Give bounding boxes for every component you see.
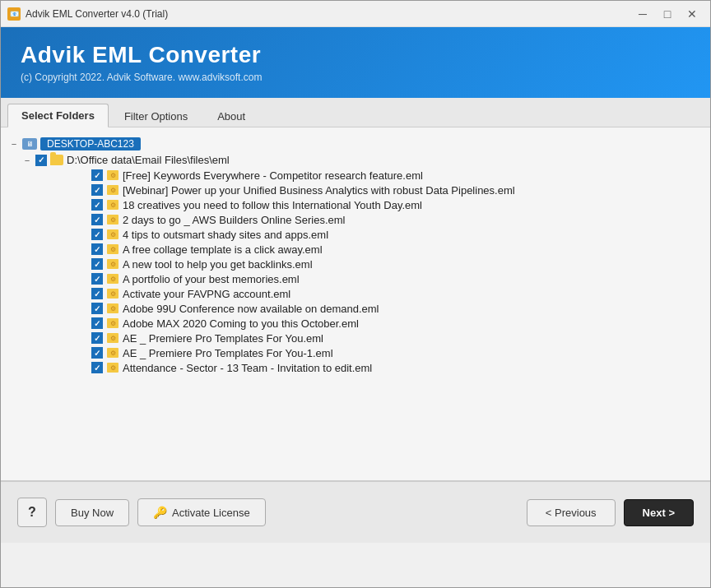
- app-subtitle: (c) Copyright 2022. Advik Software. www.…: [21, 72, 690, 83]
- tab-about[interactable]: About: [203, 104, 259, 127]
- computer-label: DESKTOP-ABC123: [40, 137, 141, 150]
- file-row: 2 days to go _ AWS Builders Online Serie…: [91, 212, 702, 227]
- key-icon: 🔑: [153, 506, 167, 519]
- file-row: 18 creatives you need to follow this Int…: [91, 197, 702, 212]
- file-label: A new tool to help you get backlinks.eml: [123, 258, 313, 271]
- file-label: Activate your FAVPNG account.eml: [123, 288, 290, 300]
- file-row: A free collage template is a click away.…: [91, 242, 702, 257]
- file-row: [Free] Keywords Everywhere - Competitor …: [91, 168, 702, 183]
- footer-left: ? Buy Now 🔑 Activate License: [17, 498, 266, 527]
- file-label: A free collage template is a click away.…: [123, 243, 323, 256]
- file-checkbox[interactable]: [91, 332, 103, 344]
- minimize-button[interactable]: ─: [631, 4, 654, 24]
- folder-checkbox[interactable]: [35, 155, 47, 166]
- window-title: Advik EML Converter v4.0 (Trial): [26, 8, 168, 20]
- close-button[interactable]: ✕: [681, 4, 704, 24]
- title-bar: 📧 Advik EML Converter v4.0 (Trial) ─ □ ✕: [1, 1, 710, 27]
- file-label: Attendance - Sector - 13 Team - Invitati…: [123, 362, 372, 374]
- file-label: 4 tips to outsmart shady sites and apps.…: [123, 229, 328, 241]
- file-checkbox[interactable]: [91, 199, 103, 211]
- eml-icon: [106, 331, 119, 345]
- file-row: A new tool to help you get backlinks.eml: [91, 257, 702, 271]
- app-icon: 📧: [7, 7, 21, 21]
- maximize-button[interactable]: □: [656, 4, 679, 24]
- eml-icon: [106, 183, 119, 197]
- eml-icon: [106, 361, 119, 374]
- file-checkbox[interactable]: [91, 229, 103, 240]
- file-checkbox[interactable]: [91, 317, 103, 329]
- file-checkbox[interactable]: [91, 288, 103, 299]
- tree-level1: − D:\Office data\Email Files\files\eml […: [22, 152, 702, 375]
- file-row: AE _ Premiere Pro Templates For You-1.em…: [91, 345, 702, 360]
- main-content: − 🖥 DESKTOP-ABC123 − D:\Office data\Emai…: [1, 127, 710, 481]
- eml-icon: [106, 198, 119, 211]
- eml-icon: [106, 257, 119, 271]
- eml-icon: [106, 169, 119, 182]
- activate-label: Activate License: [172, 507, 250, 519]
- folder-icon: [50, 155, 63, 165]
- tree-root-computer: − 🖥 DESKTOP-ABC123: [9, 136, 702, 152]
- file-checkbox[interactable]: [91, 362, 103, 373]
- file-row: AE _ Premiere Pro Templates For You.eml: [91, 331, 702, 345]
- activate-button[interactable]: 🔑 Activate License: [137, 498, 266, 526]
- file-row: 4 tips to outsmart shady sites and apps.…: [91, 227, 702, 242]
- file-label: 18 creatives you need to follow this Int…: [123, 199, 422, 211]
- file-checkbox[interactable]: [91, 169, 103, 181]
- file-label: Adobe MAX 2020 Coming to you this Octobe…: [123, 317, 359, 330]
- file-row: A portfolio of your best memories.eml: [91, 271, 702, 286]
- previous-button[interactable]: < Previous: [527, 499, 616, 526]
- app-title: Advik EML Converter: [21, 42, 690, 68]
- file-row: Adobe MAX 2020 Coming to you this Octobe…: [91, 316, 702, 331]
- folder-expand-icon[interactable]: −: [22, 155, 32, 165]
- tab-select-folders[interactable]: Select Folders: [7, 104, 109, 127]
- file-checkbox[interactable]: [91, 303, 103, 314]
- file-label: A portfolio of your best memories.eml: [123, 273, 300, 285]
- tree-view: − 🖥 DESKTOP-ABC123 − D:\Office data\Emai…: [9, 136, 702, 375]
- footer-right: < Previous Next >: [527, 499, 694, 526]
- file-label: [Free] Keywords Everywhere - Competitor …: [123, 169, 423, 182]
- file-label: 2 days to go _ AWS Builders Online Serie…: [123, 214, 345, 226]
- file-label: [Webinar] Power up your Unified Business…: [123, 184, 515, 197]
- file-checkbox[interactable]: [91, 347, 103, 359]
- folder-path-label: D:\Office data\Email Files\files\eml: [67, 154, 230, 166]
- header-banner: Advik EML Converter (c) Copyright 2022. …: [1, 27, 710, 98]
- file-checkbox[interactable]: [91, 258, 103, 270]
- title-bar-left: 📧 Advik EML Converter v4.0 (Trial): [7, 7, 168, 21]
- file-checkbox[interactable]: [91, 243, 103, 255]
- computer-icon: 🖥: [22, 138, 37, 150]
- buy-button[interactable]: Buy Now: [55, 499, 129, 526]
- tree-files: [Free] Keywords Everywhere - Competitor …: [49, 168, 702, 375]
- root-expand-icon[interactable]: −: [9, 139, 19, 149]
- file-row: Attendance - Sector - 13 Team - Invitati…: [91, 360, 702, 375]
- footer: ? Buy Now 🔑 Activate License < Previous …: [1, 481, 710, 543]
- eml-icon: [106, 317, 119, 330]
- tab-filter-options[interactable]: Filter Options: [110, 104, 202, 127]
- folder-row-eml: − D:\Office data\Email Files\files\eml: [22, 152, 702, 168]
- file-checkbox[interactable]: [91, 184, 103, 196]
- next-button[interactable]: Next >: [624, 499, 694, 526]
- eml-icon: [106, 346, 119, 359]
- file-checkbox[interactable]: [91, 214, 103, 225]
- file-checkbox[interactable]: [91, 273, 103, 285]
- eml-icon: [106, 228, 119, 241]
- title-bar-controls: ─ □ ✕: [631, 4, 704, 24]
- file-label: AE _ Premiere Pro Templates For You.eml: [123, 332, 323, 345]
- eml-icon: [106, 243, 119, 256]
- eml-icon: [106, 213, 119, 226]
- file-label: AE _ Premiere Pro Templates For You-1.em…: [123, 347, 333, 359]
- eml-icon: [106, 302, 119, 315]
- file-row: Activate your FAVPNG account.eml: [91, 286, 702, 301]
- tab-bar: Select Folders Filter Options About: [1, 98, 710, 127]
- file-label: Adobe 99U Conference now available on de…: [123, 303, 379, 315]
- eml-icon: [106, 272, 119, 285]
- help-button[interactable]: ?: [17, 498, 47, 527]
- file-row: Adobe 99U Conference now available on de…: [91, 301, 702, 316]
- file-row: [Webinar] Power up your Unified Business…: [91, 183, 702, 197]
- eml-icon: [106, 287, 119, 300]
